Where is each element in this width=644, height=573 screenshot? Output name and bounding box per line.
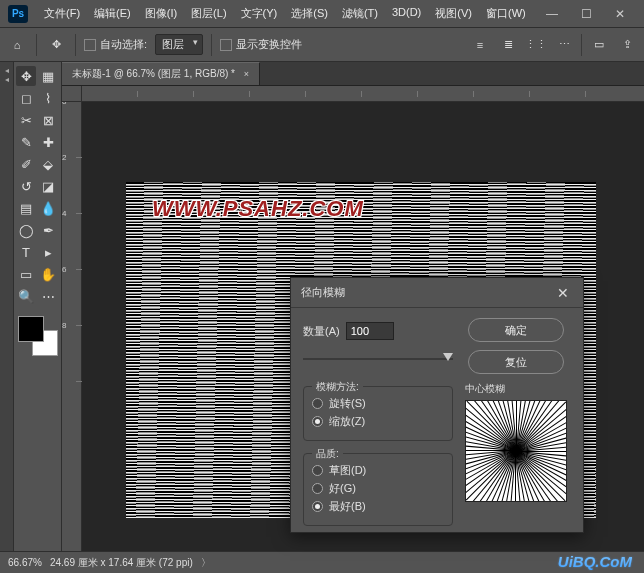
history-brush-tool[interactable]: ↺	[16, 176, 36, 196]
zoom-level[interactable]: 66.67%	[8, 557, 42, 568]
slider-thumb[interactable]	[443, 353, 453, 361]
method-zoom-option[interactable]: 缩放(Z)	[312, 414, 444, 429]
radio-icon[interactable]	[312, 465, 323, 476]
document-tab-strip: 未标题-1 @ 66.7% (图层 1, RGB/8) * ×	[62, 62, 644, 86]
menu-select[interactable]: 选择(S)	[285, 3, 334, 24]
quality-draft-label: 草图(D)	[329, 463, 366, 478]
menu-view[interactable]: 视图(V)	[429, 3, 478, 24]
quality-draft-option[interactable]: 草图(D)	[312, 463, 444, 478]
menu-window[interactable]: 窗口(W)	[480, 3, 532, 24]
amount-input[interactable]	[346, 322, 394, 340]
rectangle-tool[interactable]: ▭	[16, 264, 36, 284]
color-swatches[interactable]	[18, 316, 59, 360]
vertical-ruler[interactable]	[62, 102, 82, 551]
slider-track	[303, 358, 453, 360]
radio-icon[interactable]	[312, 483, 323, 494]
auto-select-label: 自动选择:	[100, 38, 147, 50]
blur-center-preview[interactable]	[465, 400, 567, 502]
status-arrow-icon[interactable]: 〉	[201, 556, 211, 570]
ruler-origin[interactable]	[62, 86, 82, 102]
options-bar: ⌂ ✥ 自动选择: 图层 显示变换控件 ≡ ≣ ⋮⋮ ⋯ ▭ ⇪	[0, 28, 644, 62]
edit-toolbar[interactable]: ⋯	[38, 286, 58, 306]
brush-tool[interactable]: ✐	[16, 154, 36, 174]
foreground-swatch[interactable]	[18, 316, 44, 342]
amount-row: 数量(A)	[303, 318, 453, 344]
crop-tool[interactable]: ✂	[16, 110, 36, 130]
home-icon[interactable]: ⌂	[6, 34, 28, 56]
dialog-close-button[interactable]: ✕	[553, 285, 573, 301]
close-tab-icon[interactable]: ×	[244, 69, 249, 79]
toolbox: ✥ ▦ ◻ ⌇ ✂ ⊠ ✎ ✚ ✐ ⬙ ↺ ◪ ▤ 💧 ◯ ✒ T ▸ ▭ ✋ …	[14, 62, 62, 551]
app-icon: Ps	[8, 5, 28, 23]
eyedropper-tool[interactable]: ✎	[16, 132, 36, 152]
dialog-body: 数量(A) 确定 复位 模糊方法: 旋转(S) 缩放(Z) 中心模糊 品质: 草…	[291, 308, 583, 536]
dialog-title: 径向模糊	[301, 285, 345, 300]
radio-icon[interactable]	[312, 416, 323, 427]
preview-title: 中心模糊	[465, 382, 505, 396]
menu-layer[interactable]: 图层(L)	[185, 3, 232, 24]
method-spin-label: 旋转(S)	[329, 396, 366, 411]
hand-tool[interactable]: ✋	[38, 264, 58, 284]
menu-filter[interactable]: 滤镜(T)	[336, 3, 384, 24]
dialog-titlebar[interactable]: 径向模糊 ✕	[291, 278, 583, 308]
status-bar: 66.67% 24.69 厘米 x 17.64 厘米 (72 ppi) 〉 Ui…	[0, 551, 644, 573]
menu-file[interactable]: 文件(F)	[38, 3, 86, 24]
move-tool-icon[interactable]: ✥	[45, 34, 67, 56]
menu-3d[interactable]: 3D(D)	[386, 3, 427, 24]
menu-edit[interactable]: 编辑(E)	[88, 3, 137, 24]
show-transform-label: 显示变换控件	[236, 38, 302, 50]
amount-slider[interactable]	[303, 352, 453, 366]
quality-best-option[interactable]: 最好(B)	[312, 499, 444, 514]
reset-button[interactable]: 复位	[468, 350, 564, 374]
document-tab[interactable]: 未标题-1 @ 66.7% (图层 1, RGB/8) * ×	[62, 62, 260, 85]
minimize-button[interactable]: —	[536, 4, 568, 24]
mode-icon[interactable]: ▭	[588, 34, 610, 56]
pen-tool[interactable]: ✒	[38, 220, 58, 240]
zoom-tool[interactable]: 🔍	[16, 286, 36, 306]
checkbox-icon[interactable]	[220, 39, 232, 51]
radio-icon[interactable]	[312, 398, 323, 409]
marquee-tool[interactable]: ◻	[16, 88, 36, 108]
horizontal-ruler[interactable]	[82, 86, 644, 102]
dodge-tool[interactable]: ◯	[16, 220, 36, 240]
more-icon[interactable]: ⋯	[553, 34, 575, 56]
separator	[211, 34, 212, 56]
distribute-icon[interactable]: ⋮⋮	[525, 34, 547, 56]
align-icon[interactable]: ≡	[469, 34, 491, 56]
menu-image[interactable]: 图像(I)	[139, 3, 183, 24]
menu-type[interactable]: 文字(Y)	[235, 3, 284, 24]
lasso-tool[interactable]: ⌇	[38, 88, 58, 108]
title-bar: Ps 文件(F) 编辑(E) 图像(I) 图层(L) 文字(Y) 选择(S) 滤…	[0, 0, 644, 28]
healing-tool[interactable]: ✚	[38, 132, 58, 152]
gradient-tool[interactable]: ▤	[16, 198, 36, 218]
checkbox-icon[interactable]	[84, 39, 96, 51]
artboard-tool[interactable]: ▦	[38, 66, 58, 86]
share-icon[interactable]: ⇪	[616, 34, 638, 56]
eraser-tool[interactable]: ◪	[38, 176, 58, 196]
auto-select-option[interactable]: 自动选择:	[84, 37, 147, 52]
move-tool[interactable]: ✥	[16, 66, 36, 86]
quality-good-option[interactable]: 好(G)	[312, 481, 444, 496]
ok-button[interactable]: 确定	[468, 318, 564, 342]
frame-tool[interactable]: ⊠	[38, 110, 58, 130]
method-spin-option[interactable]: 旋转(S)	[312, 396, 444, 411]
close-button[interactable]: ✕	[604, 4, 636, 24]
blur-tool[interactable]: 💧	[38, 198, 58, 218]
panel-collapse-gutter[interactable]	[0, 62, 14, 551]
maximize-button[interactable]: ☐	[570, 4, 602, 24]
path-select-tool[interactable]: ▸	[38, 242, 58, 262]
blur-method-title: 模糊方法:	[312, 380, 363, 394]
align-icon[interactable]: ≣	[497, 34, 519, 56]
show-transform-option[interactable]: 显示变换控件	[220, 37, 302, 52]
quality-title: 品质:	[312, 447, 343, 461]
radial-blur-dialog: 径向模糊 ✕ 数量(A) 确定 复位 模糊方法: 旋转(S) 缩放(Z) 中心模…	[290, 277, 584, 533]
radio-icon[interactable]	[312, 501, 323, 512]
stamp-tool[interactable]: ⬙	[38, 154, 58, 174]
auto-select-target-dropdown[interactable]: 图层	[155, 34, 203, 55]
menu-bar: 文件(F) 编辑(E) 图像(I) 图层(L) 文字(Y) 选择(S) 滤镜(T…	[38, 3, 532, 24]
watermark-text: WWW.PSAHZ.COM	[152, 196, 364, 222]
dialog-buttons: 确定 复位	[461, 318, 571, 374]
type-tool[interactable]: T	[16, 242, 36, 262]
quality-good-label: 好(G)	[329, 481, 356, 496]
method-zoom-label: 缩放(Z)	[329, 414, 365, 429]
